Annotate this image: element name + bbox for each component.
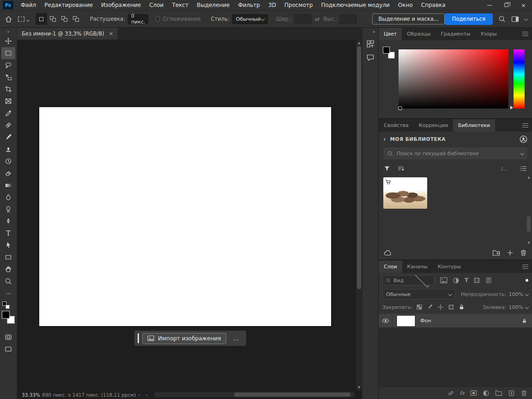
menu-layers[interactable]: Слои — [145, 0, 168, 10]
panel-menu-icon[interactable] — [522, 265, 528, 269]
zoom-level-field[interactable]: 33.33% — [22, 392, 40, 398]
horizontal-scrollbar[interactable] — [154, 392, 355, 397]
menu-type[interactable]: Текст — [168, 0, 193, 10]
collapsed-panel-history[interactable] — [364, 38, 376, 50]
workspace-icon[interactable] — [511, 16, 519, 23]
canvas-viewport[interactable]: Импорт изображения … ▲ ▼ — [17, 40, 362, 390]
tool-dodge[interactable] — [1, 203, 15, 215]
tool-gradient[interactable] — [1, 179, 15, 191]
new-group-icon[interactable] — [495, 390, 502, 396]
panel-menu-icon[interactable] — [522, 123, 528, 127]
height-field[interactable] — [340, 14, 357, 24]
restore-button[interactable] — [498, 0, 515, 10]
menu-3d[interactable]: 3D — [264, 0, 280, 10]
tab-channels[interactable]: Каналы — [402, 260, 433, 273]
close-button[interactable]: × — [515, 0, 532, 10]
tool-object-selection[interactable] — [1, 71, 15, 83]
selection-mode-add[interactable] — [47, 13, 59, 25]
fill-field[interactable]: 100% — [509, 304, 528, 310]
tab-paths[interactable]: Контуры — [433, 260, 466, 273]
tool-blur[interactable] — [1, 191, 15, 203]
tool-spot-healing-brush[interactable] — [1, 119, 15, 131]
tab-gradients[interactable]: Градиенты — [435, 28, 475, 40]
tab-adjustments[interactable]: Коррекция — [414, 119, 453, 132]
minimize-button[interactable] — [481, 0, 498, 10]
tab-properties[interactable]: Свойства — [379, 119, 414, 132]
style-select[interactable]: Обычный — [232, 14, 268, 24]
back-icon[interactable]: ‹ — [383, 135, 386, 143]
saturation-brightness-field[interactable] — [399, 49, 508, 109]
cloud-sync-icon[interactable] — [384, 249, 393, 256]
filter-pixel-layers-icon[interactable] — [440, 277, 447, 284]
adjustment-layer-icon[interactable] — [483, 390, 490, 397]
layer-filter-toggle[interactable] — [526, 279, 528, 282]
selection-mode-new[interactable] — [36, 13, 47, 25]
antialias-checkbox[interactable] — [156, 16, 160, 22]
lock-pixels-icon[interactable] — [427, 304, 433, 310]
vertical-scrollbar[interactable]: ▲ ▼ — [356, 40, 362, 390]
tool-brush[interactable] — [1, 131, 15, 143]
import-image-button[interactable]: Импорт изображения — [142, 333, 226, 344]
menu-plugins[interactable]: Подключаемые модули — [317, 0, 394, 10]
chevron-down-icon[interactable] — [524, 17, 528, 21]
tool-hand[interactable] — [1, 263, 15, 275]
select-and-mask-button[interactable]: Выделение и маска... — [372, 13, 444, 24]
hue-slider-marker[interactable] — [510, 106, 513, 109]
tab-patterns[interactable]: Узоры — [476, 28, 502, 40]
foreground-color-swatch[interactable] — [383, 47, 390, 54]
tool-rectangular-marquee[interactable] — [1, 47, 15, 59]
menu-select[interactable]: Выделение — [193, 0, 234, 10]
collapsed-panel-comments[interactable] — [364, 52, 376, 64]
tool-eyedropper[interactable] — [1, 107, 15, 119]
blend-mode-select[interactable]: Обычные — [382, 289, 455, 299]
tool-move[interactable] — [1, 35, 15, 47]
tab-swatches[interactable]: Образцы — [402, 28, 435, 40]
status-expand-chevron[interactable]: › — [138, 392, 140, 398]
library-item-thumbnail[interactable] — [383, 177, 427, 209]
lock-transparency-icon[interactable] — [416, 304, 423, 310]
status-collapse-chevron[interactable]: ‹ — [146, 392, 148, 398]
new-group-folder-icon[interactable] — [492, 249, 500, 256]
tool-clone-stamp[interactable] — [1, 143, 15, 155]
layer-filter-select[interactable]: Вид — [382, 275, 434, 285]
account-avatar-icon[interactable] — [520, 135, 527, 143]
filter-funnel-icon[interactable] — [384, 165, 390, 172]
width-field[interactable] — [294, 14, 311, 24]
delete-layer-icon[interactable] — [520, 390, 527, 397]
tool-history-brush[interactable] — [1, 155, 15, 167]
scroll-up-icon[interactable]: ▲ — [527, 175, 530, 180]
screen-mode-button[interactable] — [1, 343, 15, 355]
menu-image[interactable]: Изображение — [97, 0, 145, 10]
toolbar-expand-icon[interactable]: » — [7, 29, 10, 35]
layer-locked-icon[interactable] — [522, 318, 527, 324]
foreground-background-swatches[interactable] — [2, 311, 15, 324]
new-layer-icon[interactable] — [508, 390, 515, 397]
foreground-color-swatch[interactable] — [2, 311, 10, 319]
import-more-button[interactable]: … — [230, 335, 243, 342]
document-tab[interactable]: Без имени-1 @ 33,3% (RGB/8) × — [17, 28, 118, 40]
tool-zoom[interactable] — [1, 275, 15, 287]
layer-visibility-cell[interactable] — [379, 314, 393, 327]
selection-mode-subtract[interactable] — [59, 13, 70, 25]
filter-type-layers-icon[interactable]: T — [465, 277, 468, 284]
chevron-down-icon[interactable] — [520, 151, 524, 155]
lock-all-icon[interactable] — [459, 304, 465, 310]
library-scrollbar-thumb[interactable] — [527, 216, 531, 232]
document-close-icon[interactable]: × — [109, 30, 113, 37]
home-button[interactable] — [5, 15, 12, 23]
tool-crop[interactable] — [1, 83, 15, 95]
lock-position-icon[interactable] — [437, 304, 444, 310]
tool-frame[interactable] — [1, 95, 15, 107]
tab-layers[interactable]: Слои — [379, 260, 402, 273]
menu-view[interactable]: Просмотр — [280, 0, 317, 10]
menu-help[interactable]: Справка — [417, 0, 450, 10]
sort-icon[interactable] — [398, 165, 405, 172]
opacity-field[interactable]: 100% — [509, 291, 528, 297]
scroll-up-icon[interactable]: ▲ — [358, 40, 360, 46]
tab-color[interactable]: Цвет — [379, 28, 402, 40]
share-button[interactable]: Поделиться — [445, 13, 493, 25]
list-view-icon[interactable] — [520, 165, 527, 172]
vertical-scrollbar-thumb[interactable] — [357, 46, 361, 289]
menu-edit[interactable]: Редактирование — [40, 0, 97, 10]
tool-type[interactable]: T — [1, 227, 15, 239]
